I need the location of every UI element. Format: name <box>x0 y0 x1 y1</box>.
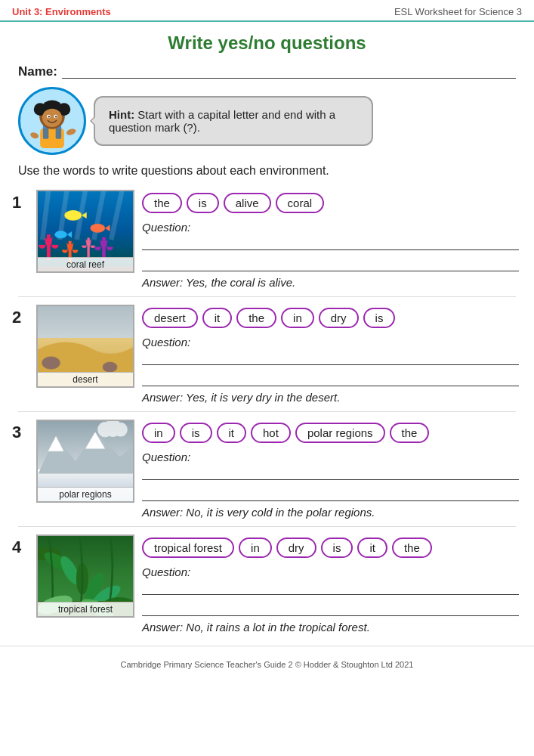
question-number-3: 3 <box>12 420 29 442</box>
answer-text-3: Answer: No, it is very cold in the polar… <box>142 506 519 519</box>
worksheet-label: ESL Worksheet for Science 3 <box>394 6 522 17</box>
q-content-4: tropical forestindryisittheQuestion: Ans… <box>142 534 519 634</box>
chip-2-3[interactable]: in <box>281 308 314 328</box>
character-avatar <box>18 87 86 155</box>
question-block-1: 1coral reeftheisalivecoralQuestion: Answ… <box>0 185 534 293</box>
question-label-1: Question: <box>142 221 519 234</box>
chip-4-5[interactable]: the <box>392 538 432 558</box>
chip-1-3[interactable]: coral <box>276 193 325 213</box>
q-content-2: desertittheindryisQuestion: Answer: Yes,… <box>142 305 519 404</box>
question-label-3: Question: <box>142 451 519 463</box>
hint-row: Hint: Start with a capital letter and en… <box>0 84 534 161</box>
name-row: Name: <box>0 58 534 84</box>
chip-2-5[interactable]: is <box>363 308 396 328</box>
chip-4-4[interactable]: it <box>357 538 387 558</box>
question-block-4: 4tropical foresttropical forestindryisit… <box>0 530 534 638</box>
word-chips-1: theisalivecoral <box>142 190 519 213</box>
chip-4-2[interactable]: dry <box>276 538 316 558</box>
answer-text-2: Answer: Yes, it is very dry in the deser… <box>142 391 519 404</box>
chip-2-0[interactable]: desert <box>142 308 198 328</box>
divider-3 <box>18 526 516 527</box>
chip-2-2[interactable]: the <box>236 308 276 328</box>
question-line-2[interactable] <box>142 350 519 365</box>
chip-1-1[interactable]: is <box>187 193 219 213</box>
chip-2-1[interactable]: it <box>202 308 233 328</box>
env-label-2: desert <box>38 372 133 386</box>
divider-2 <box>18 411 516 412</box>
q-content-1: theisalivecoralQuestion: Answer: Yes, th… <box>142 190 519 289</box>
unit-label-bold: Unit 3: <box>12 6 42 17</box>
question-number-2: 2 <box>12 305 29 327</box>
chip-3-2[interactable]: it <box>217 423 247 443</box>
question-number-1: 1 <box>12 190 29 212</box>
chip-4-3[interactable]: is <box>321 538 353 558</box>
page-header: Unit 3: Environments ESL Worksheet for S… <box>0 0 534 22</box>
instruction-text: Use the words to write questions about e… <box>0 161 534 185</box>
word-chips-2: desertittheindryis <box>142 305 519 328</box>
question-block-2: 2desertdesertittheindryisQuestion: Answe… <box>0 300 534 408</box>
env-label-1: coral reef <box>38 257 133 271</box>
footer: Cambridge Primary Science Teacher's Guid… <box>0 646 534 675</box>
word-chips-4: tropical forestindryisitthe <box>142 534 519 558</box>
chip-4-1[interactable]: in <box>239 538 272 558</box>
question-label-4: Question: <box>142 565 519 578</box>
word-chips-3: inisithotpolar regionsthe <box>142 420 519 443</box>
unit-label-rest: Environments <box>45 6 111 17</box>
answer-text-4: Answer: No, it rains a lot in the tropic… <box>142 621 519 634</box>
hint-bold: Hint: <box>109 108 134 121</box>
chip-3-1[interactable]: is <box>180 423 212 443</box>
question-line-1[interactable] <box>142 235 519 250</box>
env-image-2: desert <box>36 305 134 388</box>
svg-point-11 <box>48 116 50 117</box>
blank-line-1 <box>142 256 519 271</box>
q-content-3: inisithotpolar regionstheQuestion: Answe… <box>142 420 519 519</box>
chip-3-5[interactable]: the <box>390 423 430 443</box>
name-label: Name: <box>18 64 57 79</box>
chip-3-4[interactable]: polar regions <box>295 423 385 443</box>
question-block-3: 3polar regionsinisithotpolar regionstheQ… <box>0 415 534 523</box>
question-line-4[interactable] <box>142 580 519 595</box>
chip-3-3[interactable]: hot <box>251 423 291 443</box>
question-number-4: 4 <box>12 534 29 557</box>
blank-line-2 <box>142 371 519 386</box>
env-label-4: tropical forest <box>38 602 133 616</box>
page-title: Write yes/no questions <box>0 22 534 58</box>
hint-bubble: Hint: Start with a capital letter and en… <box>94 96 373 146</box>
chip-2-4[interactable]: dry <box>319 308 359 328</box>
env-image-1: coral reef <box>36 190 134 273</box>
chip-3-0[interactable]: in <box>142 423 175 443</box>
question-label-2: Question: <box>142 336 519 349</box>
env-image-3: polar regions <box>36 420 134 503</box>
name-line[interactable] <box>62 65 516 79</box>
chip-1-0[interactable]: the <box>142 193 182 213</box>
questions-container: 1coral reeftheisalivecoralQuestion: Answ… <box>0 185 534 638</box>
divider-1 <box>18 296 516 297</box>
chip-4-0[interactable]: tropical forest <box>142 538 234 558</box>
svg-point-8 <box>42 108 62 126</box>
answer-text-1: Answer: Yes, the coral is alive. <box>142 276 519 289</box>
unit-label: Unit 3: Environments <box>12 6 111 17</box>
hint-text: Start with a capital letter and end with… <box>109 108 335 134</box>
question-line-3[interactable] <box>142 465 519 480</box>
blank-line-3 <box>142 486 519 501</box>
chip-1-2[interactable]: alive <box>224 193 271 213</box>
env-label-3: polar regions <box>38 487 133 501</box>
env-image-4: tropical forest <box>36 534 134 618</box>
svg-point-12 <box>55 116 57 117</box>
blank-line-4 <box>142 601 519 616</box>
